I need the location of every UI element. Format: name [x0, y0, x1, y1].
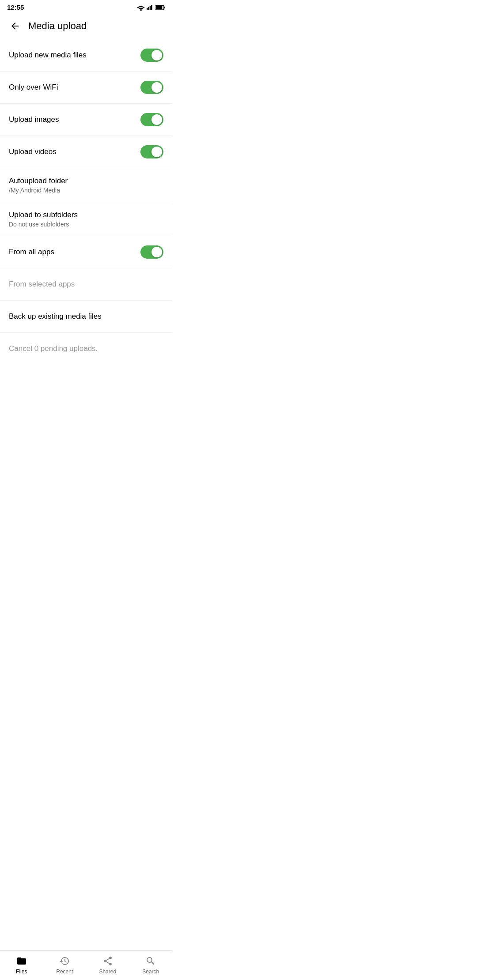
toggle-upload-new-media[interactable] [140, 49, 163, 62]
settings-label-upload-new-media: Upload new media files [9, 50, 140, 60]
nav-item-search[interactable]: Search [129, 951, 173, 976]
settings-label-from-all-apps: From all apps [9, 247, 140, 257]
settings-item-upload-images[interactable]: Upload images [0, 104, 172, 136]
nav-label-shared: Shared [99, 969, 116, 975]
recent-icon [59, 955, 70, 967]
settings-item-from-selected-apps[interactable]: From selected apps [0, 268, 172, 300]
toggle-upload-images[interactable] [140, 113, 163, 126]
nav-item-recent[interactable]: Recent [43, 951, 87, 976]
settings-label-cancel-pending: Cancel 0 pending uploads. [9, 344, 163, 354]
wifi-icon [137, 4, 145, 11]
settings-item-autoupload-folder[interactable]: Autoupload folder /My Android Media [0, 168, 172, 202]
settings-item-only-over-wifi[interactable]: Only over WiFi [0, 72, 172, 103]
nav-label-recent: Recent [56, 969, 73, 975]
svg-rect-6 [156, 6, 162, 9]
signal-icon [147, 4, 154, 11]
settings-label-only-over-wifi: Only over WiFi [9, 83, 140, 92]
svg-rect-3 [151, 5, 152, 10]
settings-item-upload-subfolders[interactable]: Upload to subfolders Do not use subfolde… [0, 202, 172, 236]
status-bar: 12:55 [0, 0, 172, 13]
nav-item-shared[interactable]: Shared [86, 951, 129, 976]
nav-label-files: Files [16, 969, 27, 975]
settings-item-upload-videos[interactable]: Upload videos [0, 136, 172, 168]
status-icons [137, 4, 165, 11]
svg-rect-0 [147, 8, 148, 10]
settings-sublabel-autoupload-folder: /My Android Media [9, 187, 163, 194]
settings-item-cancel-pending[interactable]: Cancel 0 pending uploads. [0, 333, 172, 365]
nav-item-files[interactable]: Files [0, 951, 43, 976]
back-arrow-icon [10, 21, 20, 31]
svg-rect-5 [164, 6, 165, 8]
settings-label-upload-videos: Upload videos [9, 147, 140, 157]
settings-label-upload-subfolders: Upload to subfolders [9, 210, 163, 220]
settings-item-from-all-apps[interactable]: From all apps [0, 236, 172, 268]
page-title: Media upload [28, 20, 87, 32]
battery-icon [155, 4, 165, 11]
bottom-nav: Files Recent Shared Search [0, 950, 172, 980]
settings-label-upload-images: Upload images [9, 115, 140, 124]
toggle-only-over-wifi[interactable] [140, 81, 163, 94]
status-time: 12:55 [7, 4, 24, 11]
svg-rect-2 [150, 6, 151, 10]
settings-item-upload-new-media[interactable]: Upload new media files [0, 39, 172, 71]
nav-label-search: Search [142, 969, 159, 975]
back-button[interactable] [7, 18, 23, 34]
settings-label-from-selected-apps: From selected apps [9, 279, 163, 289]
toggle-upload-videos[interactable] [140, 145, 163, 158]
files-icon [16, 955, 27, 967]
svg-rect-1 [148, 7, 149, 10]
settings-sublabel-upload-subfolders: Do not use subfolders [9, 221, 163, 228]
toggle-from-all-apps[interactable] [140, 245, 163, 259]
search-icon [145, 955, 156, 967]
header: Media upload [0, 13, 172, 39]
settings-label-back-up-existing: Back up existing media files [9, 312, 163, 321]
settings-list: Upload new media files Only over WiFi Up… [0, 39, 172, 400]
settings-item-back-up-existing[interactable]: Back up existing media files [0, 301, 172, 332]
shared-icon [102, 955, 114, 967]
settings-label-autoupload-folder: Autoupload folder [9, 176, 163, 186]
